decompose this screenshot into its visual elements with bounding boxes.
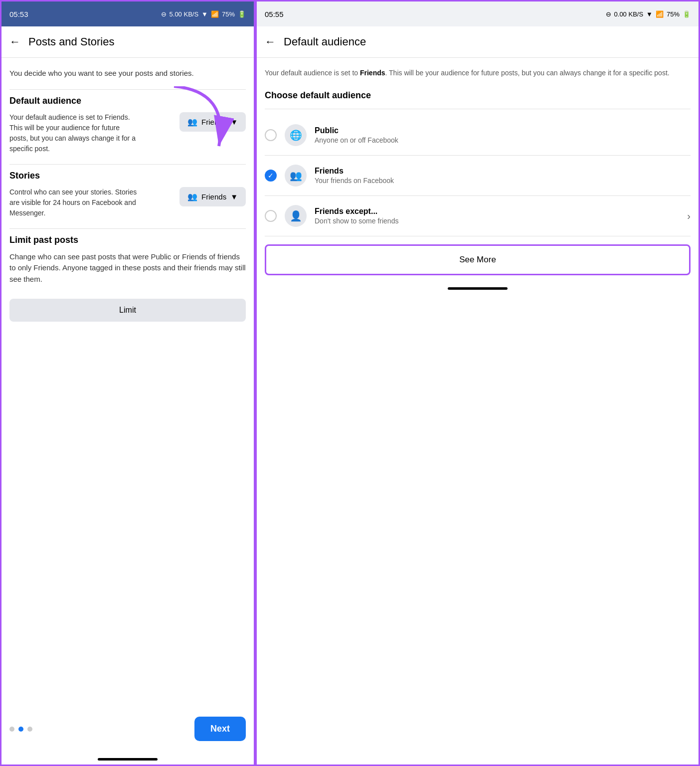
radio-friends-except[interactable] [265,210,277,222]
left-page-title: Posts and Stories [28,35,114,48]
signal-icon: 📶 [211,10,219,18]
right-status-bar: 05:55 ⊖ 0.00 KB/S ▼ 📶 75% 🔋 [257,1,699,26]
public-desc: Anyone on or off Facebook [315,136,691,144]
right-do-not-disturb-icon: ⊖ [606,10,611,18]
divider-2 [9,164,246,165]
dot-3 [27,727,32,732]
divider-1 [9,89,246,90]
public-info: Public Anyone on or off Facebook [315,126,691,144]
audience-option-public[interactable]: 🌐 Public Anyone on or off Facebook [265,115,691,156]
dot-1 [9,727,14,732]
left-status-icons: ⊖ 5.00 KB/S ▼ 📶 75% 🔋 [161,10,246,18]
default-audience-section: Default audience Your default audience i… [9,96,246,154]
friends-except-name: Friends except... [315,207,679,216]
right-battery-icon: 🔋 [683,10,691,18]
left-panel: 05:53 ⊖ 5.00 KB/S ▼ 📶 75% 🔋 ← Posts and … [0,0,255,766]
right-status-icons: ⊖ 0.00 KB/S ▼ 📶 75% 🔋 [606,10,691,18]
default-audience-button-label: Friends [201,118,226,126]
stories-section: Stories Control who can see your stories… [9,171,246,218]
limit-title: Limit past posts [9,235,246,245]
right-divider-top [265,109,691,109]
right-battery-label: 75% [667,10,680,18]
right-wifi-icon: ▼ [646,10,653,18]
right-signal-icon: 📶 [656,10,664,18]
limit-desc: Change who can see past posts that were … [9,251,246,285]
stories-audience-button[interactable]: 👥 Friends ▼ [179,187,246,206]
default-audience-title: Default audience [9,96,246,106]
battery-label: 75% [222,10,235,18]
dot-2 [18,727,23,732]
right-home-indicator [448,287,508,290]
data-speed: 5.00 KB/S [170,10,199,18]
wifi-icon: ▼ [201,10,208,18]
friends-except-desc: Don't show to some friends [315,217,679,225]
left-back-button[interactable]: ← [9,35,20,48]
right-info-text: Your default audience is set to Friends.… [265,68,691,78]
dropdown-icon-2: ▼ [230,192,238,201]
right-time: 05:55 [265,10,284,18]
info-text-part1: Your default audience is set to [265,69,360,77]
public-name: Public [315,126,691,135]
stories-row: Control who can see your stories. Storie… [9,187,246,218]
limit-past-posts-section: Limit past posts Change who can see past… [9,235,246,322]
see-more-button[interactable]: See More [265,244,691,275]
right-panel: 05:55 ⊖ 0.00 KB/S ▼ 📶 75% 🔋 ← Default au… [255,0,700,766]
friends-info: Friends Your friends on Facebook [315,167,691,185]
pagination-dots [9,727,32,732]
stories-desc: Control who can see your stories. Storie… [9,187,139,218]
default-audience-row: Your default audience is set to Friends.… [9,112,246,154]
left-panel-content: You decide who you want to see your post… [1,58,254,707]
left-home-indicator [98,758,158,761]
right-data-speed: 0.00 KB/S [614,10,644,18]
stories-title: Stories [9,171,246,181]
right-page-header: ← Default audience [257,26,699,58]
choose-title: Choose default audience [265,90,691,101]
dropdown-icon-1: ▼ [230,118,238,126]
limit-button[interactable]: Limit [9,299,246,322]
audience-option-friends[interactable]: ✓ 👥 Friends Your friends on Facebook [265,156,691,196]
friends-desc: Your friends on Facebook [315,177,691,185]
friends-icon-1: 👥 [187,117,197,127]
left-status-bar: 05:53 ⊖ 5.00 KB/S ▼ 📶 75% 🔋 [1,1,254,26]
audience-option-friends-except[interactable]: 👤 Friends except... Don't show to some f… [265,196,691,236]
friends-except-info: Friends except... Don't show to some fri… [315,207,679,225]
friends-audience-icon: 👥 [285,165,307,187]
left-time: 05:53 [9,10,28,18]
left-description: You decide who you want to see your post… [9,68,246,79]
radio-friends[interactable]: ✓ [265,170,277,182]
public-icon: 🌐 [285,124,307,146]
info-text-bold: Friends [360,69,385,77]
stories-button-label: Friends [201,192,226,201]
chevron-icon: › [687,210,691,222]
friends-name: Friends [315,167,691,176]
left-bottom-bar: Next [1,707,254,756]
divider-3 [9,228,246,229]
default-audience-button[interactable]: 👥 Friends ▼ [179,112,246,132]
friends-icon-2: 👥 [187,192,197,201]
right-panel-content: Your default audience is set to Friends.… [257,58,699,285]
info-text-part2: . This will be your audience for future … [385,69,670,77]
next-button[interactable]: Next [194,717,246,741]
right-page-title: Default audience [284,35,366,48]
battery-icon: 🔋 [238,10,246,18]
right-back-button[interactable]: ← [265,35,276,48]
left-page-header: ← Posts and Stories [1,26,254,58]
friends-except-icon: 👤 [285,205,307,227]
default-audience-desc: Your default audience is set to Friends.… [9,112,139,154]
do-not-disturb-icon: ⊖ [161,10,167,18]
radio-public[interactable] [265,129,277,141]
